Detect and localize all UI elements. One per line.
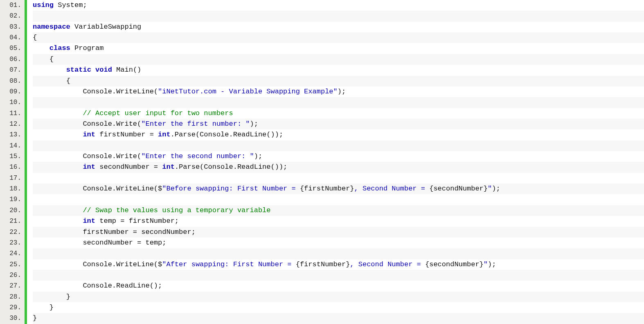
code-token-punct: .Write( — [112, 152, 141, 160]
code-line[interactable]: namespace VariableSwapping — [33, 22, 644, 32]
code-line[interactable]: using System; — [33, 0, 644, 11]
line-number: 27. — [0, 281, 25, 291]
line-number: 19. — [0, 194, 25, 205]
code-line[interactable]: } — [33, 292, 644, 302]
code-token-punct: ); — [492, 185, 500, 193]
line-number: 17. — [0, 173, 25, 184]
code-line[interactable]: // Accept user input for two numbers — [33, 108, 644, 119]
code-line[interactable]: firstNumber = secondNumber; — [33, 227, 644, 238]
code-token-str: "Before swapping: First Number = — [162, 185, 300, 193]
code-line[interactable] — [33, 194, 644, 205]
code-token-punct: } — [66, 293, 70, 301]
code-token-punct — [95, 131, 99, 138]
line-number: 13. — [0, 129, 25, 140]
line-number: 01. — [0, 0, 25, 11]
code-token-ident: Main — [116, 66, 133, 74]
code-token-str: , Second Number = — [350, 261, 425, 268]
code-line[interactable] — [33, 97, 644, 108]
indent — [33, 282, 83, 290]
code-token-kw: class — [50, 44, 70, 52]
code-token-punct: = — [150, 163, 162, 171]
code-line[interactable]: { — [33, 76, 644, 86]
code-token-kw: int — [158, 131, 171, 138]
code-line[interactable]: int firstNumber = int.Parse(Console.Read… — [33, 129, 644, 140]
code-token-ident: Program — [74, 44, 104, 52]
line-number: 08. — [0, 76, 25, 86]
code-line[interactable] — [33, 140, 644, 151]
code-token-ident: System — [58, 1, 83, 9]
code-token-interp: {firstNumber} — [300, 185, 354, 193]
code-token-punct — [112, 66, 116, 74]
line-number: 29. — [0, 302, 25, 313]
line-number: 30. — [0, 313, 25, 324]
code-line[interactable]: static void Main() — [33, 65, 644, 75]
code-line[interactable]: { — [33, 54, 644, 65]
code-token-punct — [91, 66, 95, 74]
code-token-punct: = — [145, 131, 158, 138]
line-number: 25. — [0, 259, 25, 270]
code-token-str: " — [484, 261, 488, 268]
line-number: 23. — [0, 238, 25, 248]
code-token-comment: // Accept user input for two numbers — [83, 109, 233, 117]
code-token-punct: = secondNumber; — [129, 228, 196, 236]
code-token-ident: Console — [83, 185, 112, 193]
code-line[interactable]: Console.ReadLine(); — [33, 281, 644, 291]
line-number: 15. — [0, 151, 25, 162]
code-line[interactable]: Console.Write("Enter the first number: "… — [33, 119, 644, 129]
indent — [33, 206, 83, 214]
code-token-interp: {firstNumber} — [296, 261, 350, 268]
code-line[interactable] — [33, 173, 644, 184]
code-token-punct: .Parse(Console.ReadLine()); — [175, 163, 287, 171]
code-line[interactable]: int temp = firstNumber; — [33, 216, 644, 227]
code-line[interactable] — [33, 248, 644, 259]
indent — [33, 217, 83, 225]
code-token-punct: ; — [83, 1, 87, 9]
line-number: 18. — [0, 184, 25, 194]
code-token-str: "Enter the second number: " — [141, 152, 254, 160]
code-token-str: " — [488, 185, 492, 193]
code-token-punct: () — [133, 66, 141, 74]
code-line[interactable] — [33, 11, 644, 21]
code-token-kw: static — [66, 66, 91, 74]
code-token-ident: VariableSwapping — [74, 23, 141, 31]
indent — [33, 55, 50, 63]
code-line[interactable] — [33, 270, 644, 281]
code-token-ident: secondNumber — [83, 239, 133, 247]
code-token-ident: Console — [83, 88, 112, 95]
code-token-kw: int — [83, 131, 95, 138]
line-number: 24. — [0, 248, 25, 259]
indent — [33, 66, 66, 74]
indent — [33, 44, 50, 52]
code-line[interactable]: int secondNumber = int.Parse(Console.Rea… — [33, 162, 644, 172]
code-token-ident: secondNumber — [99, 163, 149, 171]
code-line[interactable]: } — [33, 302, 644, 313]
code-token-punct: ); — [250, 120, 258, 128]
code-token-kw: int — [83, 163, 95, 171]
line-number: 10. — [0, 97, 25, 108]
indent — [33, 120, 83, 128]
code-line[interactable]: Console.Write("Enter the second number: … — [33, 151, 644, 162]
code-line[interactable]: { — [33, 32, 644, 43]
code-token-punct: ); — [338, 88, 346, 95]
code-token-ident: firstNumber — [83, 228, 128, 236]
line-number: 06. — [0, 54, 25, 65]
code-token-punct: .WriteLine( — [112, 88, 158, 95]
code-line[interactable]: // Swap the values using a temporary var… — [33, 205, 644, 216]
code-token-punct: .Parse(Console.ReadLine()); — [171, 131, 283, 138]
code-token-punct — [70, 23, 74, 31]
code-line[interactable]: Console.WriteLine($"Before swapping: Fir… — [33, 184, 644, 194]
code-token-kw: using — [33, 1, 54, 9]
code-line[interactable]: } — [33, 313, 644, 324]
code-token-punct: .ReadLine(); — [112, 282, 162, 290]
code-token-ident: temp — [99, 217, 116, 225]
code-token-str: "iNetTutor.com - Variable Swapping Examp… — [158, 88, 338, 95]
line-number: 04. — [0, 32, 25, 43]
code-area[interactable]: using System;namespace VariableSwapping{… — [27, 0, 644, 324]
code-line[interactable]: Console.WriteLine("iNetTutor.com - Varia… — [33, 86, 644, 97]
code-line[interactable]: secondNumber = temp; — [33, 238, 644, 248]
code-token-punct: = temp; — [133, 239, 167, 247]
code-line[interactable]: Console.WriteLine($"After swapping: Firs… — [33, 259, 644, 270]
code-token-punct: = firstNumber; — [116, 217, 179, 225]
code-line[interactable]: class Program — [33, 43, 644, 54]
code-token-ident: Console — [83, 152, 112, 160]
